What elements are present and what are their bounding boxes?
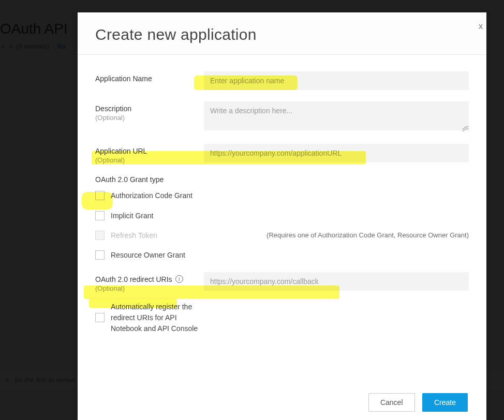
row-redirect-uris: OAuth 2.0 redirect URIs i (Optional) xyxy=(95,272,469,292)
label-authorization-code: Authorization Code Grant xyxy=(111,191,192,201)
label-implicit: Implicit Grant xyxy=(111,212,153,220)
label-application-name: Application Name xyxy=(95,71,204,83)
checkbox-resource-owner[interactable] xyxy=(95,250,105,260)
label-refresh-token: Refresh Token xyxy=(111,231,157,239)
create-button[interactable]: Create xyxy=(422,393,468,412)
label-resource-owner: Resource Owner Grant xyxy=(111,251,185,259)
application-url-input[interactable] xyxy=(204,144,469,162)
close-icon[interactable]: x xyxy=(475,22,486,31)
label-description: Description xyxy=(95,104,131,113)
info-icon[interactable]: i xyxy=(175,275,183,283)
grant-refresh-token: Refresh Token (Requires one of Authoriza… xyxy=(95,231,469,240)
row-description: Description (Optional) xyxy=(95,101,469,132)
label-redirect-uris-optional: (Optional) xyxy=(95,284,204,292)
grant-type-heading: OAuth 2.0 Grant type xyxy=(95,175,469,184)
checkbox-authorization-code[interactable] xyxy=(95,191,105,200)
description-input[interactable] xyxy=(204,101,469,130)
refresh-token-hint: (Requires one of Authorization Code Gran… xyxy=(266,231,469,239)
grant-type-group: Authorization Code Grant Implicit Grant … xyxy=(95,191,469,260)
grant-resource-owner[interactable]: Resource Owner Grant xyxy=(95,250,469,260)
row-auto-register[interactable]: Automatically register the redirect URIs… xyxy=(95,302,469,334)
label-description-optional: (Optional) xyxy=(95,114,204,122)
label-redirect-uris: OAuth 2.0 redirect URIs xyxy=(95,275,172,283)
modal-footer: Cancel Create xyxy=(363,393,468,412)
modal-header: Create new application xyxy=(78,12,486,55)
modal-body: Application Name Description (Optional) … xyxy=(78,55,486,334)
modal-title: Create new application xyxy=(95,26,469,43)
grant-authorization-code[interactable]: Authorization Code Grant xyxy=(95,191,469,201)
checkbox-refresh-token xyxy=(95,231,105,240)
cancel-button[interactable]: Cancel xyxy=(368,393,415,412)
checkbox-implicit[interactable] xyxy=(95,211,105,220)
redirect-uris-input[interactable] xyxy=(204,272,469,291)
label-application-url-optional: (Optional) xyxy=(95,156,204,164)
grant-implicit[interactable]: Implicit Grant xyxy=(95,211,469,220)
create-application-modal: x Create new application Application Nam… xyxy=(78,12,486,420)
label-application-url: Application URL xyxy=(95,147,147,155)
application-name-input[interactable] xyxy=(204,71,469,90)
label-auto-register: Automatically register the redirect URIs… xyxy=(111,302,206,334)
row-application-name: Application Name xyxy=(95,71,469,90)
row-application-url: Application URL (Optional) xyxy=(95,144,469,164)
checkbox-auto-register[interactable] xyxy=(95,313,105,322)
